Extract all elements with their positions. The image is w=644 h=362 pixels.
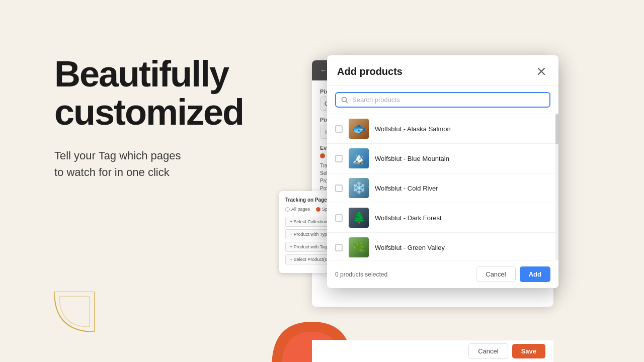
save-button[interactable]: Save bbox=[512, 344, 545, 358]
product-name: Wolfsblut - Cold River bbox=[375, 185, 438, 192]
close-button[interactable] bbox=[534, 64, 548, 78]
product-icon: 🌿 bbox=[352, 242, 366, 253]
modal-title: Add products bbox=[337, 66, 403, 77]
product-icon: 🌲 bbox=[352, 212, 366, 223]
headline: Beautifully customized bbox=[54, 55, 306, 131]
scrollbar-thumb[interactable] bbox=[555, 114, 558, 144]
add-button[interactable]: Add bbox=[520, 266, 550, 282]
product-name: Wolfsblut - Green Valley bbox=[375, 244, 445, 251]
product-image: 🐟 bbox=[349, 119, 369, 139]
product-item[interactable]: 🌿 Wolfsblut - Green Valley bbox=[327, 233, 558, 260]
product-item[interactable]: 🐟 Wolfsblut - Alaska Salmon bbox=[327, 114, 558, 144]
add-products-modal: Add products 🐟 bbox=[327, 55, 558, 288]
product-item[interactable]: 🏔️ Wolfsblut - Blue Mountain bbox=[327, 144, 558, 173]
product-image: ❄️ bbox=[349, 178, 369, 198]
product-name: Wolfsblut - Blue Mountain bbox=[375, 155, 449, 162]
product-list: 🐟 Wolfsblut - Alaska Salmon 🏔️ Wolfsblut… bbox=[327, 114, 558, 260]
corner-decoration bbox=[54, 292, 95, 332]
product-icon: 🐟 bbox=[352, 123, 366, 134]
product-image: 🏔️ bbox=[349, 148, 369, 168]
scrollbar-track bbox=[555, 114, 558, 260]
product-checkbox[interactable] bbox=[335, 214, 343, 222]
product-icon: 🏔️ bbox=[352, 153, 366, 164]
tracking-radio-all: All pages bbox=[285, 207, 310, 212]
footer-buttons: Cancel Add bbox=[476, 266, 550, 282]
subtext: Tell your Tag which pages to watch for i… bbox=[54, 147, 306, 180]
close-icon bbox=[537, 67, 545, 75]
modal-footer: 0 products selected Cancel Add bbox=[327, 260, 558, 288]
product-icon: ❄️ bbox=[352, 183, 366, 194]
radio-enable-dot bbox=[320, 153, 325, 158]
radio-specific-circle bbox=[316, 207, 320, 212]
product-checkbox[interactable] bbox=[335, 185, 343, 192]
product-checkbox[interactable] bbox=[335, 155, 343, 162]
product-checkbox[interactable] bbox=[335, 244, 343, 251]
modal-header: Add products bbox=[327, 55, 558, 86]
cancel-button[interactable]: Cancel bbox=[476, 266, 515, 282]
product-image: 🌿 bbox=[349, 237, 369, 257]
product-item[interactable]: 🌲 Wolfsblut - Dark Forest bbox=[327, 203, 558, 233]
bottom-bar: Cancel Save bbox=[312, 340, 553, 362]
selected-count: 0 products selected bbox=[335, 271, 387, 278]
product-item[interactable]: ❄️ Wolfsblut - Cold River bbox=[327, 173, 558, 203]
product-image: 🌲 bbox=[349, 208, 369, 228]
modal-overlay: Add products 🐟 bbox=[327, 55, 558, 266]
radio-all-circle bbox=[285, 207, 290, 212]
product-name: Wolfsblut - Alaska Salmon bbox=[375, 125, 451, 133]
search-input-wrap bbox=[335, 92, 550, 108]
back-arrow-icon: ← bbox=[320, 66, 327, 74]
product-checkbox[interactable] bbox=[335, 125, 343, 133]
left-content: Beautifully customized Tell your Tag whi… bbox=[54, 55, 306, 180]
main-cancel-button[interactable]: Cancel bbox=[468, 343, 508, 359]
search-container bbox=[327, 86, 558, 114]
product-name: Wolfsblut - Dark Forest bbox=[375, 214, 442, 222]
search-input[interactable] bbox=[352, 96, 544, 104]
search-icon bbox=[341, 97, 348, 104]
